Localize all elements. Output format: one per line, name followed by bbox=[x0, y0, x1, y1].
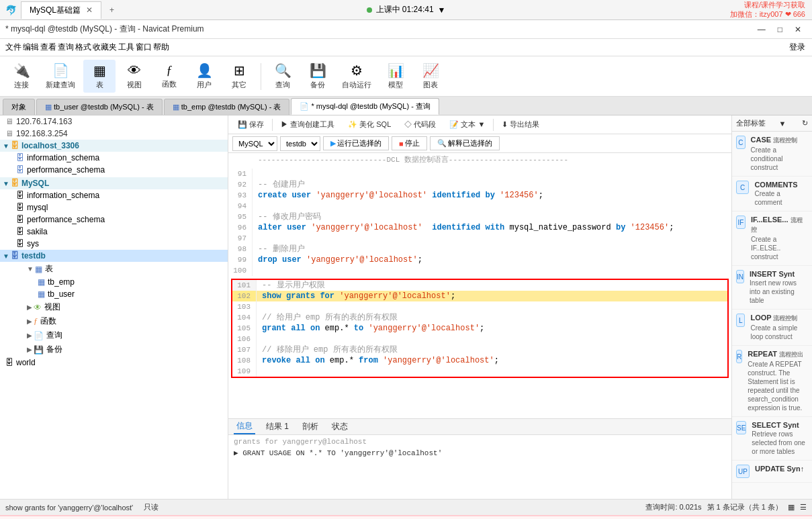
mysql-db-icon: 🗄 bbox=[16, 203, 24, 212]
sidebar-item-sakila[interactable]: 🗄 sakila bbox=[0, 226, 228, 238]
menu-file[interactable]: 文件 bbox=[5, 42, 21, 53]
export-results-btn[interactable]: ⬇ 导出结果 bbox=[496, 118, 545, 131]
menu-view[interactable]: 查看 bbox=[40, 42, 56, 53]
menubar: * mysql-dql @testdb (MySQL) - 查询 - Navic… bbox=[0, 20, 812, 39]
tab-tb-user[interactable]: ▦tb_user @testdb (MySQL) - 表 bbox=[36, 99, 163, 115]
menu-tools[interactable]: 工具 bbox=[118, 42, 134, 53]
stop-label: 停止 bbox=[405, 138, 420, 148]
sidebar-item-sys[interactable]: 🗄 sys bbox=[0, 238, 228, 250]
new-query-btn[interactable]: 📄 新建查询 bbox=[40, 60, 81, 93]
explain-btn[interactable]: 🔍 解释已选择的 bbox=[430, 136, 500, 150]
engine-select[interactable]: MySQL bbox=[232, 136, 277, 151]
ip2-icon: 🖥 bbox=[5, 129, 13, 138]
sidebar-item-world[interactable]: 🗄 world bbox=[0, 357, 228, 369]
promo-line2: 加微信：itzy007 ❤ 666 bbox=[730, 9, 805, 19]
comments-desc: Create a comment bbox=[754, 189, 808, 207]
explain-icon: 🔍 bbox=[437, 139, 447, 148]
active-tab[interactable]: MySQL基础篇 ✕ bbox=[21, 1, 101, 19]
backup-btn[interactable]: 💾 备份 bbox=[302, 60, 334, 93]
sidebar-item-mysql[interactable]: 🗄 mysql bbox=[0, 201, 228, 214]
close-tab-btn[interactable]: ✕ bbox=[86, 5, 93, 15]
sidebar-item-ip2[interactable]: 🖥 192.168.3.254 bbox=[0, 128, 228, 140]
snippet-case[interactable]: C CASE 流程控制 Create a conditional constru… bbox=[732, 132, 812, 177]
user-btn[interactable]: 👤 用户 bbox=[188, 60, 220, 93]
sidebar-item-tables-group[interactable]: ▼ ▦ 表 bbox=[0, 262, 228, 276]
tab-query-active[interactable]: 📄* mysql-dql @testdb (MySQL) - 查询 bbox=[291, 98, 439, 115]
autorun-btn[interactable]: ⚙ 自动运行 bbox=[336, 60, 377, 93]
sidebar-item-info-schema2[interactable]: 🗄 information_schema bbox=[0, 189, 228, 201]
sidebar-item-functions[interactable]: ▶ ƒ 函数 bbox=[0, 314, 228, 328]
code-segment-btn[interactable]: ◇ 代码段 bbox=[399, 118, 441, 131]
beautify-sql-btn[interactable]: ✨ 美化 SQL bbox=[343, 118, 396, 131]
result-tab-result1[interactable]: 结果 1 bbox=[263, 420, 291, 434]
statusbar-grid-icon[interactable]: ▦ bbox=[788, 503, 795, 512]
query-builder-btn[interactable]: ▶ 查询创建工具 bbox=[275, 118, 340, 131]
table-btn[interactable]: ▦ 表 bbox=[83, 60, 116, 93]
sidebar-item-tb-user[interactable]: ▦ tb_user bbox=[0, 288, 228, 300]
result-tab-status[interactable]: 状态 bbox=[329, 420, 351, 434]
loop-desc: Create a simple loop construct bbox=[750, 324, 808, 341]
main-area: 🖥 120.76.174.163 🖥 192.168.3.254 ▼ 🗄 loc… bbox=[0, 115, 812, 499]
snippet-repeat[interactable]: R REPEAT 流程控出 Create A REPEAT construct.… bbox=[732, 346, 812, 417]
query-btn[interactable]: 🔍 查询 bbox=[267, 60, 299, 93]
menu-close[interactable]: ✕ bbox=[789, 22, 807, 37]
sidebar-group-testdb[interactable]: ▼ 🗄 testdb bbox=[0, 250, 228, 262]
add-tab-btn[interactable]: + bbox=[104, 3, 120, 17]
tb-user-sidebar-label: tb_user bbox=[48, 289, 75, 299]
tabbar: 对象 ▦tb_user @testdb (MySQL) - 表 ▦tb_emp … bbox=[0, 97, 812, 115]
tab-tb-emp[interactable]: ▦tb_emp @testdb (MySQL) - 表 bbox=[164, 99, 290, 115]
sidebar-item-perf-schema1[interactable]: 🗄 performance_schema bbox=[0, 164, 228, 176]
login-btn[interactable]: 登录 bbox=[789, 42, 805, 53]
sidebar-item-ip1[interactable]: 🖥 120.76.174.163 bbox=[0, 115, 228, 128]
function-btn[interactable]: ƒ 函数 bbox=[153, 61, 185, 92]
snippet-comments[interactable]: C COMMENTS Create a comment bbox=[732, 177, 812, 211]
stop-btn[interactable]: ■ 停止 bbox=[392, 136, 427, 150]
result-tab-analyze[interactable]: 剖析 bbox=[300, 420, 321, 434]
snippet-ifelse[interactable]: IF IF...ELSE... 流程控 Create a IF..ELSE.. … bbox=[732, 211, 812, 266]
snippet-update[interactable]: UP UPDATE Syn↑ bbox=[732, 461, 812, 483]
view-btn[interactable]: 👁 视图 bbox=[118, 60, 150, 93]
sidebar-item-backup[interactable]: ▶ 💾 备份 bbox=[0, 342, 228, 357]
testdb-arrow: ▼ bbox=[3, 252, 9, 260]
connect-btn[interactable]: 🔌 连接 bbox=[5, 60, 38, 93]
database-select[interactable]: testdb bbox=[280, 136, 320, 151]
chart-btn[interactable]: 📈 图表 bbox=[414, 60, 447, 93]
menu-maximize[interactable]: □ bbox=[772, 22, 788, 37]
menu-help[interactable]: 帮助 bbox=[153, 42, 169, 53]
model-btn[interactable]: 📊 模型 bbox=[379, 60, 412, 93]
functions-arrow: ▶ bbox=[27, 318, 32, 325]
right-panel-title: 全部标签 bbox=[736, 118, 766, 128]
sidebar-item-queries[interactable]: ▶ 📄 查询 bbox=[0, 328, 228, 342]
other-btn[interactable]: ⊞ 其它 bbox=[223, 60, 255, 93]
menu-query[interactable]: 查询 bbox=[58, 42, 74, 53]
t2-sep1 bbox=[272, 119, 273, 131]
sakila-label: sakila bbox=[27, 227, 48, 236]
snippet-insert[interactable]: IN INSERT Synt Insert new rows into an e… bbox=[732, 266, 812, 310]
text-btn[interactable]: 📝 文本 ▼ bbox=[444, 118, 490, 131]
snippet-select[interactable]: SE SELECT Synt Retrieve rows selected fr… bbox=[732, 417, 812, 461]
menu-format[interactable]: 格式 bbox=[75, 42, 91, 53]
sys-icon: 🗄 bbox=[16, 239, 24, 248]
sidebar-item-views[interactable]: ▶ 👁 视图 bbox=[0, 300, 228, 314]
sidebar-group-mysql[interactable]: ▼ 🗄 MySQL bbox=[0, 177, 228, 189]
query-tab-icon: 📄 bbox=[300, 102, 309, 110]
save-btn[interactable]: 💾 保存 bbox=[232, 118, 269, 131]
tab-objects[interactable]: 对象 bbox=[3, 99, 35, 115]
statusbar-list-icon[interactable]: ☰ bbox=[800, 503, 807, 512]
menu-window[interactable]: 窗口 bbox=[136, 42, 152, 53]
menu-favorites[interactable]: 收藏夹 bbox=[93, 42, 117, 53]
sidebar-group-localhost[interactable]: ▼ 🗄 localhost_3306 bbox=[0, 140, 228, 152]
code-editor[interactable]: -----------------------------DCL 数据控制语言-… bbox=[228, 153, 731, 418]
run-selected-btn[interactable]: ▶ 运行已选择的 bbox=[323, 136, 389, 150]
menu-edit[interactable]: 编辑 bbox=[23, 42, 39, 53]
ip2-label: 192.168.3.254 bbox=[16, 129, 68, 138]
right-panel-refresh[interactable]: ↻ bbox=[802, 119, 808, 128]
right-panel-dropdown[interactable]: ▼ bbox=[779, 120, 786, 128]
sidebar-item-info-schema1[interactable]: 🗄 information_schema bbox=[0, 152, 228, 164]
snippet-loop[interactable]: L LOOP 流程控制 Create a simple loop constru… bbox=[732, 310, 812, 346]
result-tab-info[interactable]: 信息 bbox=[234, 419, 255, 434]
menu-minimize[interactable]: — bbox=[752, 22, 771, 37]
code-line-104: 104 // 给用户 emp 所有的表的所有权限 bbox=[232, 312, 727, 323]
sidebar-item-tb-emp[interactable]: ▦ tb_emp bbox=[0, 276, 228, 288]
sidebar-item-perf-schema2[interactable]: 🗄 performance_schema bbox=[0, 214, 228, 226]
